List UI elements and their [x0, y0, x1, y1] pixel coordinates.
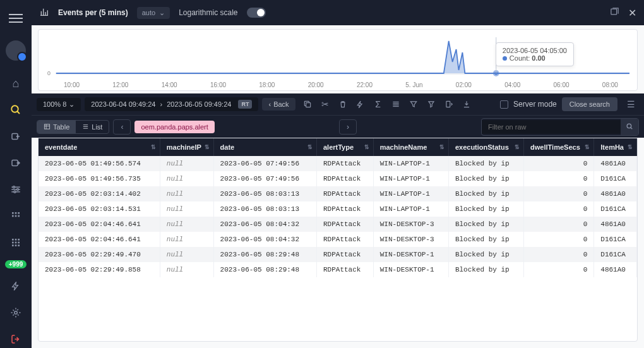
sub-toolbar: Table List ‹ oem.panda.paps.alert › — [32, 115, 644, 138]
flow-in-icon[interactable] — [7, 128, 25, 145]
svg-point-25 — [15, 311, 18, 315]
grid-icon[interactable] — [7, 207, 25, 225]
svg-rect-23 — [15, 244, 17, 246]
search-icon[interactable] — [7, 101, 25, 119]
svg-rect-39 — [44, 124, 49, 129]
column-header[interactable]: eventdate⇅ — [39, 138, 160, 156]
column-header[interactable]: date⇅ — [213, 138, 316, 156]
close-search-button[interactable]: Close search — [562, 97, 617, 111]
filter-input[interactable] — [482, 120, 621, 134]
svg-point-9 — [14, 191, 16, 193]
cell: WIN-DESKTOP-1 — [373, 262, 448, 277]
chevron-down-icon: ⌄ — [69, 100, 75, 109]
svg-rect-18 — [18, 239, 20, 241]
column-header[interactable]: ItemHa⇅ — [594, 138, 637, 156]
table-row[interactable]: 2023-06-05 02:29:49.470null2023-06-05 08… — [39, 247, 637, 262]
interval-select[interactable]: auto⌄ — [137, 7, 170, 19]
sigma-icon[interactable]: Σ — [370, 96, 386, 112]
list-view-button[interactable]: List — [76, 121, 109, 133]
avatar[interactable] — [6, 40, 26, 61]
gear-icon[interactable] — [7, 304, 25, 321]
cell: 0 — [524, 232, 594, 247]
svg-point-7 — [13, 186, 15, 188]
menu-icon[interactable] — [6, 9, 25, 28]
query-tag[interactable]: oem.panda.paps.alert — [134, 121, 214, 133]
flow-out-icon[interactable] — [7, 154, 25, 172]
column-header[interactable]: machineName⇅ — [373, 138, 448, 156]
filter-icon[interactable] — [405, 96, 422, 112]
cell: 2023-06-05 02:03:14.402 — [39, 186, 160, 201]
cell: Blocked by ip — [448, 247, 523, 262]
tooltip-time: 2023-06-05 04:05:00 — [503, 47, 567, 54]
column-header[interactable]: dwellTimeSecs⇅ — [524, 138, 594, 156]
x-tick: 04:00 — [504, 81, 520, 88]
table-row[interactable]: 2023-06-05 01:49:56.574null2023-06-05 07… — [39, 156, 637, 171]
svg-marker-29 — [444, 41, 465, 73]
log-scale-toggle[interactable] — [247, 8, 266, 18]
column-header[interactable]: executionStatus⇅ — [448, 138, 523, 156]
logout-icon[interactable] — [7, 330, 25, 348]
svg-point-45 — [627, 124, 631, 128]
cell: RDPAttack — [316, 262, 373, 277]
svg-rect-26 — [611, 9, 617, 15]
cell: D161CA — [594, 201, 637, 217]
table-row[interactable]: 2023-06-05 02:04:46.641null2023-06-05 08… — [39, 232, 637, 247]
server-mode-checkbox[interactable] — [500, 100, 508, 109]
table-row[interactable]: 2023-06-05 02:03:14.531null2023-06-05 08… — [39, 201, 637, 217]
x-tick: 02:00 — [456, 81, 472, 88]
table-row[interactable]: 2023-06-05 01:49:56.735null2023-06-05 07… — [39, 171, 637, 186]
cell: 2023-06-05 02:29:49.858 — [39, 262, 160, 277]
filter-search-icon[interactable] — [621, 119, 638, 135]
cell: D161CA — [594, 247, 637, 262]
results-table-wrap[interactable]: eventdate⇅machineIP⇅date⇅alertType⇅machi… — [38, 138, 638, 342]
cell: Blocked by ip — [448, 171, 523, 186]
table-view-button[interactable]: Table — [37, 121, 76, 133]
table-row[interactable]: 2023-06-05 02:03:14.402null2023-06-05 08… — [39, 186, 637, 201]
cell: 2023-06-05 08:29:48 — [213, 262, 316, 277]
more-icon[interactable]: ☰ — [623, 96, 639, 112]
home-icon[interactable]: ⌂ — [7, 75, 25, 92]
column-header[interactable]: alertType⇅ — [316, 138, 373, 156]
x-tick: 16:00 — [210, 81, 226, 88]
download-icon[interactable] — [458, 96, 475, 112]
export-icon[interactable] — [610, 7, 619, 19]
zoom-button[interactable]: 100% 8 ⌄ — [37, 98, 81, 111]
count-badge[interactable]: +999 — [5, 260, 27, 268]
cell: 2023-06-05 07:49:56 — [213, 171, 316, 186]
cell: Blocked by ip — [448, 186, 523, 201]
prev-button[interactable]: ‹ — [113, 119, 131, 135]
table-row[interactable]: 2023-06-05 02:04:46.641null2023-06-05 08… — [39, 217, 637, 232]
x-tick: 14:00 — [162, 81, 177, 88]
svg-text:0: 0 — [47, 70, 51, 76]
cell: 2023-06-05 08:03:13 — [213, 186, 316, 201]
cell: 2023-06-05 02:29:49.470 — [39, 247, 160, 262]
table-row[interactable]: 2023-06-05 02:29:49.858null2023-06-05 08… — [39, 262, 637, 277]
cut-icon[interactable]: ✂ — [317, 96, 333, 112]
bolt-icon[interactable] — [352, 96, 369, 112]
bolt-icon[interactable] — [7, 277, 25, 295]
trash-icon[interactable] — [335, 96, 351, 112]
x-tick: 22:00 — [357, 81, 373, 88]
sliders-icon[interactable] — [7, 181, 25, 198]
histogram-chart[interactable]: 0 2023-06-05 04:05:00 Count: 0.00 10:001… — [38, 29, 638, 91]
svg-line-1 — [17, 111, 20, 114]
insert-icon[interactable] — [441, 96, 457, 112]
svg-rect-38 — [446, 101, 450, 107]
x-tick: 12:00 — [112, 81, 128, 88]
cell: null — [160, 156, 213, 171]
cell: Blocked by ip — [448, 156, 523, 171]
next-button[interactable]: › — [339, 119, 357, 135]
cell: 4861A0 — [594, 262, 637, 277]
cell: WIN-DESKTOP-3 — [373, 232, 448, 247]
copy-icon[interactable] — [299, 96, 316, 112]
column-header[interactable]: machineIP⇅ — [160, 138, 213, 156]
svg-rect-24 — [18, 244, 20, 246]
back-button[interactable]: ‹ Back — [262, 98, 295, 111]
time-range[interactable]: 2023-06-04 09:49:24 › 2023-06-05 09:49:2… — [85, 97, 258, 111]
cell: D161CA — [594, 171, 637, 186]
funnel-icon[interactable] — [423, 96, 439, 112]
grid-alt-icon[interactable] — [7, 234, 25, 251]
cell: 4861A0 — [594, 217, 637, 232]
columns-icon[interactable] — [388, 96, 404, 112]
close-icon[interactable]: ✕ — [628, 7, 636, 19]
